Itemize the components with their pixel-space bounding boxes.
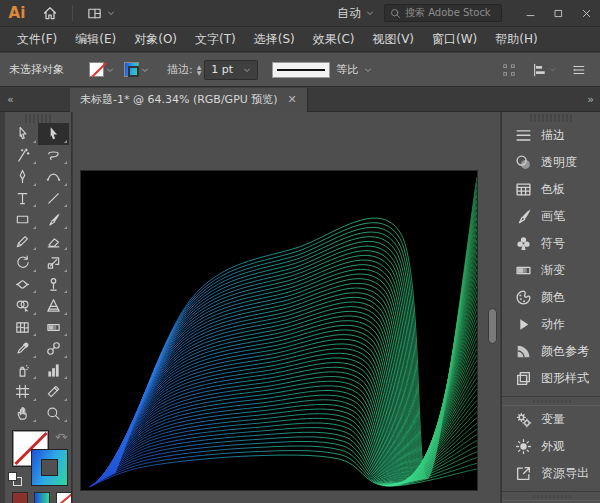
- menu-item-6[interactable]: 视图(V): [363, 28, 423, 52]
- tool-shape-builder[interactable]: [7, 295, 38, 317]
- chevron-down-icon[interactable]: [106, 66, 114, 74]
- panel-tab-graphic-styles[interactable]: 图形样式: [502, 365, 600, 392]
- flyout-indicator: [64, 269, 67, 272]
- panel-tab-label: 渐变: [541, 262, 565, 279]
- artboard[interactable]: [81, 171, 477, 490]
- panel-tab-gradient[interactable]: 渐变: [502, 257, 600, 284]
- flyout-indicator: [64, 204, 67, 207]
- document-tab[interactable]: 未标题-1* @ 64.34% (RGB/GPU 预览) ✕: [70, 88, 308, 112]
- variables-icon: [515, 411, 532, 428]
- tool-zoom[interactable]: [38, 403, 69, 425]
- panel-drag-grip[interactable]: [528, 114, 574, 122]
- tool-pencil[interactable]: [7, 231, 38, 253]
- align-icon[interactable]: [532, 63, 546, 77]
- menu-item-0[interactable]: 文件(F): [8, 28, 66, 52]
- tool-mesh[interactable]: [7, 317, 38, 339]
- tool-direct-selection[interactable]: [7, 123, 38, 145]
- panel-tab-stroke-panel[interactable]: 描边: [502, 122, 600, 149]
- maximize-button[interactable]: [544, 0, 572, 27]
- arrange-documents-button[interactable]: [79, 0, 123, 27]
- tool-curvature[interactable]: [38, 166, 69, 188]
- panel-tab-transparency[interactable]: 透明度: [502, 149, 600, 176]
- tool-gradient-tool[interactable]: [38, 317, 69, 339]
- tool-perspective-grid[interactable]: [38, 295, 69, 317]
- stroke-swatch-gradient[interactable]: [124, 62, 139, 77]
- minimize-button[interactable]: [516, 0, 544, 27]
- tool-paintbrush[interactable]: [38, 209, 69, 231]
- tab-close-icon[interactable]: ✕: [288, 93, 297, 106]
- panel-tab-color-guide[interactable]: 颜色参考: [502, 338, 600, 365]
- panel-tab-brushes[interactable]: 画笔: [502, 203, 600, 230]
- menu-item-1[interactable]: 编辑(E): [66, 28, 125, 52]
- panel-tab-label: 图形样式: [541, 370, 589, 387]
- gpu-performance-dropdown[interactable]: 自动: [327, 5, 384, 22]
- panel-drag-grip[interactable]: [23, 114, 53, 123]
- menu-item-4[interactable]: 选择(S): [245, 28, 304, 52]
- width-profile-dropdown[interactable]: 等比: [272, 62, 372, 78]
- transform-corners-icon[interactable]: [502, 63, 516, 77]
- toolbar-collapse-button[interactable]: «: [0, 93, 70, 106]
- flyout-indicator: [64, 355, 67, 358]
- search-input[interactable]: 搜索 Adobe Stock: [384, 4, 502, 22]
- tool-rotate[interactable]: [7, 252, 38, 274]
- tool-lasso[interactable]: [38, 145, 69, 167]
- vertical-scrollbar-thumb[interactable]: [488, 308, 497, 344]
- stroke-width-stepper[interactable]: ▲▼: [197, 64, 202, 75]
- panel-tab-symbols[interactable]: 符号: [502, 230, 600, 257]
- curvature-icon: [46, 169, 61, 184]
- stroke-proxy-gradient[interactable]: [31, 449, 68, 486]
- fill-control[interactable]: [89, 62, 114, 77]
- canvas-area[interactable]: [73, 112, 500, 503]
- flyout-indicator: [64, 183, 67, 186]
- tool-eraser[interactable]: [38, 231, 69, 253]
- tool-magic-wand[interactable]: [7, 145, 38, 167]
- menu-item-2[interactable]: 对象(O): [125, 28, 186, 52]
- chevron-down-icon[interactable]: [141, 66, 149, 74]
- tool-symbol-sprayer[interactable]: [7, 360, 38, 382]
- panel-tab-actions[interactable]: 动作: [502, 311, 600, 338]
- tool-type[interactable]: [7, 188, 38, 210]
- panel-tab-variables[interactable]: 变量: [502, 406, 600, 433]
- tool-column-graph[interactable]: [38, 360, 69, 382]
- stroke-color-control[interactable]: [124, 62, 149, 77]
- tool-eyedropper[interactable]: [7, 338, 38, 360]
- tool-line-segment[interactable]: [38, 188, 69, 210]
- tool-pen[interactable]: [7, 166, 38, 188]
- home-button[interactable]: [34, 0, 66, 27]
- panel-tab-color[interactable]: 颜色: [502, 284, 600, 311]
- menu-item-3[interactable]: 文字(T): [186, 28, 245, 52]
- menu-item-5[interactable]: 效果(C): [304, 28, 364, 52]
- tool-selection[interactable]: [38, 123, 69, 145]
- tool-width-tool[interactable]: [7, 274, 38, 296]
- chevron-down-icon[interactable]: [364, 66, 372, 74]
- tool-rectangle[interactable]: [7, 209, 38, 231]
- default-fill-stroke-button[interactable]: [8, 472, 22, 486]
- color-mode-button[interactable]: [12, 492, 28, 503]
- options-list-icon[interactable]: [572, 63, 586, 77]
- gradient-mode-button[interactable]: [34, 492, 50, 503]
- tool-puppet-warp[interactable]: [38, 274, 69, 296]
- menu-item-8[interactable]: 帮助(H): [486, 28, 546, 52]
- close-button[interactable]: [572, 0, 600, 27]
- chevron-down-icon[interactable]: [549, 66, 556, 73]
- fill-swatch-none[interactable]: [89, 62, 104, 77]
- panel-tab-swatches[interactable]: 色板: [502, 176, 600, 203]
- panel-collapse-button[interactable]: »: [587, 93, 600, 106]
- tool-scale[interactable]: [38, 252, 69, 274]
- document-tab-title: 未标题-1* @ 64.34% (RGB/GPU 预览): [80, 92, 278, 107]
- default-fill-swatch: [8, 472, 17, 481]
- tool-artboard[interactable]: [7, 381, 38, 403]
- swap-fill-stroke-button[interactable]: [55, 430, 68, 443]
- panel-tab-appearance[interactable]: 外观: [502, 433, 600, 460]
- illustrator-window: Ai 自动 搜索 Adobe Stock: [0, 0, 600, 503]
- tool-hand[interactable]: [7, 403, 38, 425]
- stroke-width-field[interactable]: 1 pt: [204, 60, 258, 80]
- menu-item-7[interactable]: 窗口(W): [423, 28, 486, 52]
- panel-tab-asset-export[interactable]: 资源导出: [502, 460, 600, 487]
- tool-blend[interactable]: [38, 338, 69, 360]
- tool-slice[interactable]: [38, 381, 69, 403]
- chevron-down-icon[interactable]: [243, 66, 251, 74]
- flyout-indicator: [64, 333, 67, 336]
- actions-icon: [515, 316, 532, 333]
- none-mode-button[interactable]: [56, 492, 72, 503]
